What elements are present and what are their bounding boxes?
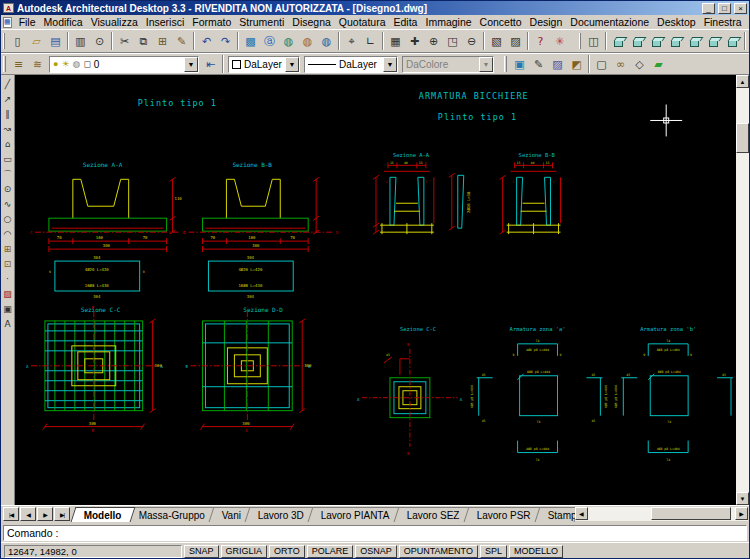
view-back-button[interactable] [704,31,723,51]
linetype-combobox[interactable]: DaLayer ▼ [304,56,398,73]
multiline-button[interactable]: ∥ [1,107,15,122]
layer-manager-button[interactable]: ≡ [9,54,28,74]
vertical-scroll-thumb[interactable] [736,123,749,153]
toggle-osnap[interactable]: OSNAP [355,545,397,558]
menu-file[interactable]: File [15,16,40,28]
dbconnect-button[interactable]: ▨ [506,31,525,51]
toggle-spl[interactable]: SPL [480,545,507,558]
menu-disegna[interactable]: Disegna [288,16,335,28]
arc-button[interactable]: ⌒ [1,167,15,182]
box-3d-button[interactable]: ◇ [630,54,649,74]
view-left-button[interactable] [647,31,666,51]
menu-concetto[interactable]: Concetto [476,16,526,28]
insert-block-button[interactable]: ⊞ [1,242,15,257]
prev-tab-button[interactable]: ◀ [20,507,36,521]
menu-inserisci[interactable]: Inserisci [142,16,189,28]
polyline-button[interactable]: ↝ [1,122,15,137]
paste-button[interactable]: ⊞ [153,31,172,51]
construction-line-button[interactable]: ↗ [1,92,15,107]
toolbar-grip[interactable] [3,56,6,72]
scroll-down-button[interactable]: ▼ [736,492,749,505]
snap-from-button[interactable]: ∟ [361,31,380,51]
tab-stamp[interactable]: Stamp [534,507,579,522]
spline-button[interactable]: ∿ [1,197,15,212]
color-dropdown-arrow[interactable]: ▼ [285,57,299,72]
save-button[interactable]: ▤ [46,31,65,51]
named-views-button[interactable]: ▦ [386,31,405,51]
scroll-right-button[interactable]: ▶ [735,507,748,520]
minimize-button[interactable]: _ [702,3,715,14]
next-tab-button[interactable]: ▶ [37,507,53,521]
tab-lavoro-3d[interactable]: Lavoro 3D [245,507,318,522]
color-combobox[interactable]: DaLayer ▼ [228,56,300,73]
app-icon[interactable]: A [3,3,14,13]
hatch-button[interactable]: ▨ [1,287,15,302]
view-top-button[interactable] [609,31,628,51]
toggle-opuntamento[interactable]: OPUNTAMENTO [399,545,478,558]
open-button[interactable]: ▱ [27,31,46,51]
last-tab-button[interactable]: ▶| [54,507,70,521]
menu-strumenti[interactable]: Strumenti [235,16,288,28]
horizontal-scrollbar[interactable]: ◀ ▶ [575,507,748,521]
maximize-button[interactable]: □ [718,3,731,14]
view-front-button[interactable] [685,31,704,51]
autodesk-point-a-button[interactable]: ⓐ [260,31,279,51]
match-properties-button[interactable]: ✎ [172,31,191,51]
tab-massa-gruppo[interactable]: Massa-Gruppo [125,507,218,522]
make-block-button[interactable]: ⊡ [1,257,15,272]
command-input[interactable]: Comando : [3,525,747,541]
menu-immagine[interactable]: Immagine [421,16,475,28]
tab-lavoro-psr[interactable]: Lavoro PSR [463,507,544,522]
layer-dropdown-arrow[interactable]: ▼ [184,57,198,72]
toolbar-grip[interactable] [579,33,581,49]
menu-quotatura[interactable]: Quotatura [335,16,390,28]
point-button[interactable]: · [1,272,15,287]
menu-documentazione[interactable]: Documentazione [566,16,653,28]
redline-button[interactable]: ✳ [550,31,569,51]
copy-button[interactable]: ⧉ [134,31,153,51]
tab-modello[interactable]: Modello [71,507,136,522]
menu-edita[interactable]: Edita [390,16,422,28]
today-button[interactable]: ▩ [241,31,260,51]
properties-button[interactable]: ▧ [487,31,506,51]
linetype-dropdown-arrow[interactable]: ▼ [383,57,397,72]
temporary-track-point-button[interactable]: ⌖ [342,31,361,51]
view-bottom-button[interactable] [628,31,647,51]
toolbar-grip[interactable] [504,56,507,72]
ellipse-button[interactable]: ○ [1,212,15,227]
undo-button[interactable]: ↶ [197,31,216,51]
close-button[interactable]: × [734,3,747,14]
mtext-button[interactable]: A [1,317,15,332]
etransmit-button[interactable]: ◍ [298,31,317,51]
make-object-layer-current-button[interactable]: ⇤ [201,54,220,74]
toggle-griglia[interactable]: GRIGLIA [221,545,268,558]
layer-states-button[interactable]: ≋ [28,54,47,74]
layout-viewport-button[interactable]: ▢ [592,54,611,74]
mass-element-button[interactable]: ▰ [649,54,668,74]
pan-realtime-button[interactable]: ✚ [405,31,424,51]
toggle-polare[interactable]: POLARE [307,545,354,558]
polygon-button[interactable]: ⌂ [1,137,15,152]
profile-editor-button[interactable]: ✎ [529,54,548,74]
display-manager-button[interactable]: ◩ [567,54,586,74]
drawing-canvas[interactable]: Plinto tipo 1 ARMATURA BICCHIERE Plinto … [15,75,736,505]
circle-button[interactable]: ⊙ [1,182,15,197]
region-button[interactable]: ▣ [1,302,15,317]
print-button[interactable]: ▥ [71,31,90,51]
toggle-modello[interactable]: MODELLO [509,545,563,558]
zoom-previous-button[interactable]: ⊖ [462,31,481,51]
menu-help[interactable]: ? [746,16,750,28]
rectangle-button[interactable]: ▭ [1,152,15,167]
new-button[interactable]: ▯ [8,31,27,51]
zoom-realtime-button[interactable]: ⊕ [424,31,443,51]
vertical-scrollbar[interactable]: ▲ ▼ [736,75,749,505]
menu-finestra[interactable]: Finestra [700,16,746,28]
toggle-orto[interactable]: ORTO [269,545,305,558]
object-viewer-button[interactable]: ▣ [510,54,529,74]
tab-lavoro-pianta[interactable]: Lavoro PIANTA [308,507,404,522]
toolbar-grip[interactable] [3,33,5,49]
zoom-window-button[interactable]: ◳ [443,31,462,51]
help-button[interactable]: ? [531,31,550,51]
menu-visualizza[interactable]: Visualizza [87,16,142,28]
layer-combobox[interactable]: ● ☀ ◍ ◻ 0 ▼ [49,56,199,73]
